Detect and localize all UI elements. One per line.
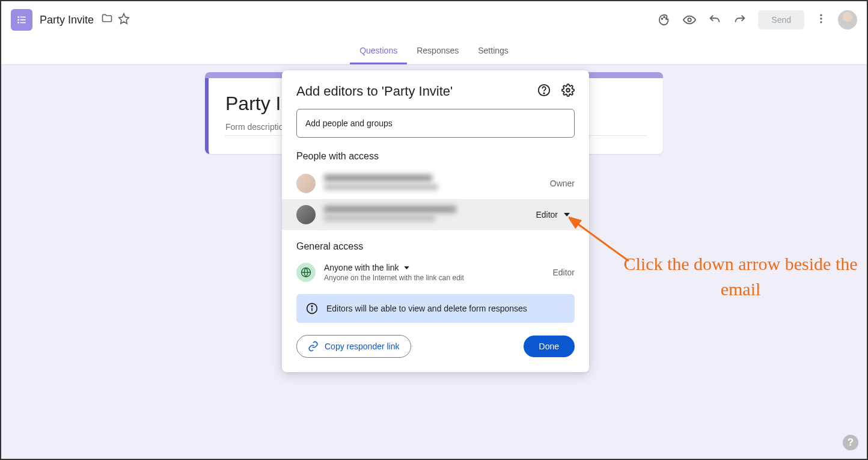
move-to-folder-icon[interactable] [101,13,113,27]
tabs-bar: Questions Responses Settings [1,38,867,65]
dialog-header: Add editors to 'Party Invite' [282,70,589,109]
role-owner-label: Owner [550,179,575,188]
user-avatar[interactable] [838,10,857,29]
globe-icon [296,263,316,282]
link-icon [308,341,319,352]
person-row-owner: Owner [282,168,589,199]
person-row-editor: Editor [282,199,589,230]
general-access-label: Anyone with the link [324,263,399,272]
person-avatar [296,205,316,224]
settings-gear-icon[interactable] [561,84,575,99]
tab-settings[interactable]: Settings [468,38,518,64]
general-access-subtitle: Anyone on the Internet with the link can… [324,274,552,282]
theme-icon[interactable] [657,13,671,27]
svg-rect-0 [17,16,19,18]
copy-link-button[interactable]: Copy responder link [296,335,411,358]
help-icon[interactable] [537,84,551,99]
svg-rect-1 [20,17,26,18]
svg-point-11 [820,17,822,19]
people-access-heading: People with access [282,149,589,168]
star-icon[interactable] [118,13,130,27]
svg-point-10 [820,14,822,16]
svg-rect-2 [17,19,19,21]
general-access-row: Anyone with the link Anyone on the Inter… [282,258,589,292]
document-title[interactable]: Party Invite [40,14,94,26]
header-actions: Send [657,10,857,29]
info-icon [306,302,318,314]
role-dropdown[interactable]: Editor [531,207,575,222]
person-name-redacted [324,206,456,213]
general-access-heading: General access [282,230,589,258]
dialog-footer: Copy responder link Done [282,335,589,372]
dialog-title: Add editors to 'Party Invite' [296,84,537,99]
svg-point-6 [662,18,663,19]
share-dialog: Add editors to 'Party Invite' Add people… [282,70,589,372]
help-fab[interactable]: ? [843,435,858,450]
person-avatar [296,174,316,193]
forms-logo [11,9,32,31]
add-people-input[interactable]: Add people and groups [296,109,575,138]
svg-point-15 [566,88,570,92]
notice-text: Editors will be able to view and delete … [326,304,527,313]
person-email-redacted [324,215,435,221]
app-header: Party Invite Send [1,1,867,38]
svg-point-19 [311,305,313,307]
person-email-redacted [324,184,438,190]
svg-point-12 [820,21,822,23]
general-access-dropdown[interactable]: Anyone with the link [324,263,552,272]
person-info [324,174,550,192]
annotation-text: Click the down arrow beside the email [614,251,867,302]
svg-rect-3 [20,19,26,20]
person-name-redacted [324,174,432,182]
person-info [324,206,531,224]
done-button[interactable]: Done [524,336,575,357]
svg-rect-5 [20,22,26,23]
svg-point-9 [688,18,692,22]
tab-questions[interactable]: Questions [350,38,407,64]
role-label: Editor [536,210,558,219]
copy-link-label: Copy responder link [325,342,400,351]
svg-point-14 [543,93,544,93]
more-icon[interactable] [815,13,827,27]
send-button[interactable]: Send [758,10,804,29]
chevron-down-icon [564,213,570,216]
chevron-down-icon [404,266,409,269]
redo-icon[interactable] [733,13,747,27]
svg-point-8 [666,18,667,19]
svg-rect-4 [17,22,19,23]
info-notice: Editors will be able to view and delete … [296,294,575,323]
preview-icon[interactable] [682,13,697,27]
undo-icon[interactable] [708,13,722,27]
svg-point-7 [664,17,665,18]
general-role-label: Editor [552,268,575,277]
tab-responses[interactable]: Responses [407,38,468,64]
